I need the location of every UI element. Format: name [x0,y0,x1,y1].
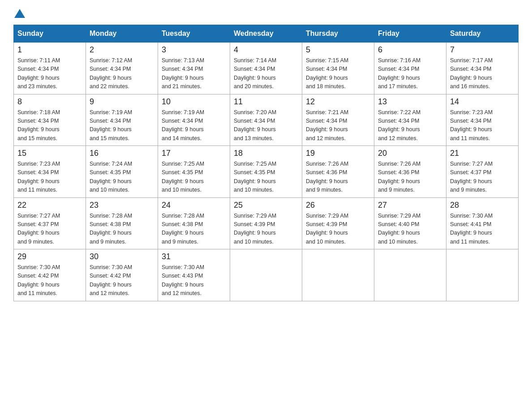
calendar-cell [230,249,302,301]
calendar-cell: 4Sunrise: 7:14 AMSunset: 4:34 PMDaylight… [230,43,302,94]
day-number: 27 [378,201,442,210]
logo [13,9,26,16]
day-info: Sunrise: 7:25 AMSunset: 4:35 PMDaylight:… [234,160,298,195]
day-number: 23 [90,201,154,210]
calendar-cell: 12Sunrise: 7:21 AMSunset: 4:34 PMDayligh… [302,94,374,146]
day-info: Sunrise: 7:23 AMSunset: 4:34 PMDaylight:… [450,108,515,143]
day-number: 20 [378,149,442,158]
calendar-cell: 2Sunrise: 7:12 AMSunset: 4:34 PMDaylight… [86,43,158,94]
day-number: 15 [17,149,82,158]
day-number: 6 [378,45,442,55]
day-info: Sunrise: 7:26 AMSunset: 4:36 PMDaylight:… [378,160,442,195]
calendar-cell: 19Sunrise: 7:26 AMSunset: 4:36 PMDayligh… [302,146,374,198]
day-info: Sunrise: 7:13 AMSunset: 4:34 PMDaylight:… [162,56,226,91]
calendar-cell: 21Sunrise: 7:27 AMSunset: 4:37 PMDayligh… [446,146,519,198]
day-number: 18 [234,149,298,158]
day-number: 24 [162,201,226,210]
calendar-cell: 24Sunrise: 7:28 AMSunset: 4:38 PMDayligh… [158,197,230,249]
calendar-cell: 5Sunrise: 7:15 AMSunset: 4:34 PMDaylight… [302,43,374,94]
day-number: 26 [306,201,370,210]
day-number: 14 [450,97,515,107]
day-number: 17 [162,149,226,158]
calendar-cell: 14Sunrise: 7:23 AMSunset: 4:34 PMDayligh… [446,94,519,146]
calendar-cell: 25Sunrise: 7:29 AMSunset: 4:39 PMDayligh… [230,197,302,249]
day-number: 7 [450,45,515,55]
day-info: Sunrise: 7:18 AMSunset: 4:34 PMDaylight:… [17,108,82,143]
day-number: 30 [90,252,154,261]
day-number: 5 [306,45,370,55]
day-info: Sunrise: 7:27 AMSunset: 4:37 PMDaylight:… [17,212,82,247]
weekday-header-wednesday: Wednesday [230,25,302,43]
calendar-cell: 1Sunrise: 7:11 AMSunset: 4:34 PMDaylight… [14,43,86,94]
day-number: 19 [306,149,370,158]
day-number: 2 [90,45,154,55]
day-info: Sunrise: 7:30 AMSunset: 4:42 PMDaylight:… [90,263,154,298]
weekday-header-tuesday: Tuesday [158,25,230,43]
weekday-header-monday: Monday [86,25,158,43]
weekday-header-friday: Friday [374,25,446,43]
calendar-body: 1Sunrise: 7:11 AMSunset: 4:34 PMDaylight… [14,43,519,301]
day-info: Sunrise: 7:29 AMSunset: 4:40 PMDaylight:… [378,212,442,247]
day-info: Sunrise: 7:19 AMSunset: 4:34 PMDaylight:… [90,108,154,143]
day-info: Sunrise: 7:17 AMSunset: 4:34 PMDaylight:… [450,56,515,91]
day-number: 25 [234,201,298,210]
day-info: Sunrise: 7:11 AMSunset: 4:34 PMDaylight:… [17,56,82,91]
calendar-cell: 23Sunrise: 7:28 AMSunset: 4:38 PMDayligh… [86,197,158,249]
day-info: Sunrise: 7:19 AMSunset: 4:34 PMDaylight:… [162,108,226,143]
calendar-cell: 3Sunrise: 7:13 AMSunset: 4:34 PMDaylight… [158,43,230,94]
calendar-cell: 18Sunrise: 7:25 AMSunset: 4:35 PMDayligh… [230,146,302,198]
calendar-cell [374,249,446,301]
calendar-cell [302,249,374,301]
page-header [13,9,519,16]
day-info: Sunrise: 7:28 AMSunset: 4:38 PMDaylight:… [162,212,226,247]
calendar-header: SundayMondayTuesdayWednesdayThursdayFrid… [14,25,519,43]
day-number: 10 [162,97,226,107]
day-info: Sunrise: 7:29 AMSunset: 4:39 PMDaylight:… [234,212,298,247]
day-number: 4 [234,45,298,55]
day-number: 11 [234,97,298,107]
calendar-cell: 15Sunrise: 7:23 AMSunset: 4:34 PMDayligh… [14,146,86,198]
day-number: 16 [90,149,154,158]
calendar-cell: 28Sunrise: 7:30 AMSunset: 4:41 PMDayligh… [446,197,519,249]
day-number: 3 [162,45,226,55]
calendar-week-row: 15Sunrise: 7:23 AMSunset: 4:34 PMDayligh… [14,146,519,198]
day-number: 9 [90,97,154,107]
day-number: 13 [378,97,442,107]
day-info: Sunrise: 7:16 AMSunset: 4:34 PMDaylight:… [378,56,442,91]
day-info: Sunrise: 7:14 AMSunset: 4:34 PMDaylight:… [234,56,298,91]
day-info: Sunrise: 7:25 AMSunset: 4:35 PMDaylight:… [162,160,226,195]
day-info: Sunrise: 7:30 AMSunset: 4:42 PMDaylight:… [17,263,82,298]
day-number: 21 [450,149,515,158]
day-info: Sunrise: 7:23 AMSunset: 4:34 PMDaylight:… [17,160,82,195]
day-info: Sunrise: 7:24 AMSunset: 4:35 PMDaylight:… [90,160,154,195]
calendar-cell: 10Sunrise: 7:19 AMSunset: 4:34 PMDayligh… [158,94,230,146]
calendar-week-row: 29Sunrise: 7:30 AMSunset: 4:42 PMDayligh… [14,249,519,301]
calendar-cell: 22Sunrise: 7:27 AMSunset: 4:37 PMDayligh… [14,197,86,249]
day-info: Sunrise: 7:20 AMSunset: 4:34 PMDaylight:… [234,108,298,143]
day-info: Sunrise: 7:28 AMSunset: 4:38 PMDaylight:… [90,212,154,247]
calendar-week-row: 1Sunrise: 7:11 AMSunset: 4:34 PMDaylight… [14,43,519,94]
calendar-cell [446,249,519,301]
calendar-cell: 30Sunrise: 7:30 AMSunset: 4:42 PMDayligh… [86,249,158,301]
day-number: 28 [450,201,515,210]
day-info: Sunrise: 7:27 AMSunset: 4:37 PMDaylight:… [450,160,515,195]
day-number: 29 [17,252,82,261]
day-number: 22 [17,201,82,210]
calendar-table: SundayMondayTuesdayWednesdayThursdayFrid… [13,25,519,301]
calendar-cell: 11Sunrise: 7:20 AMSunset: 4:34 PMDayligh… [230,94,302,146]
calendar-cell: 13Sunrise: 7:22 AMSunset: 4:34 PMDayligh… [374,94,446,146]
logo-text [13,9,26,18]
logo-triangle-icon [14,9,25,18]
day-info: Sunrise: 7:26 AMSunset: 4:36 PMDaylight:… [306,160,370,195]
day-info: Sunrise: 7:29 AMSunset: 4:39 PMDaylight:… [306,212,370,247]
weekday-header-saturday: Saturday [446,25,519,43]
day-number: 1 [17,45,82,55]
weekday-header-thursday: Thursday [302,25,374,43]
weekday-header-row: SundayMondayTuesdayWednesdayThursdayFrid… [14,25,519,43]
calendar-week-row: 8Sunrise: 7:18 AMSunset: 4:34 PMDaylight… [14,94,519,146]
calendar-cell: 16Sunrise: 7:24 AMSunset: 4:35 PMDayligh… [86,146,158,198]
day-info: Sunrise: 7:12 AMSunset: 4:34 PMDaylight:… [90,56,154,91]
day-number: 8 [17,97,82,107]
calendar-cell: 26Sunrise: 7:29 AMSunset: 4:39 PMDayligh… [302,197,374,249]
weekday-header-sunday: Sunday [14,25,86,43]
